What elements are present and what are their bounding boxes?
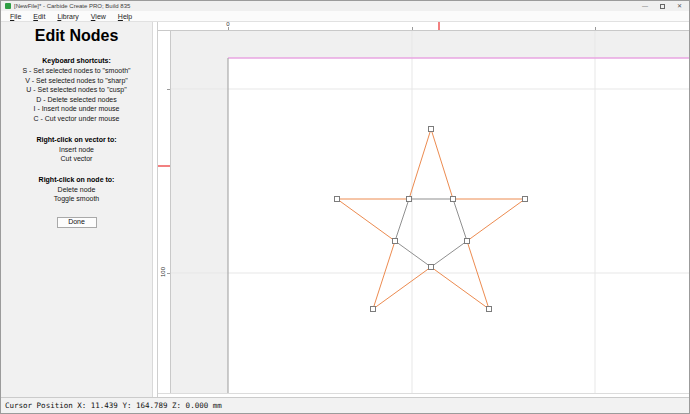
close-icon[interactable]: ✕ <box>677 3 682 9</box>
ruler-cursor-marker-x <box>438 22 440 30</box>
minimize-icon[interactable]: — <box>642 3 648 9</box>
workspace: 0 100 <box>158 22 689 397</box>
done-button[interactable]: Done <box>57 217 97 228</box>
cursor-position-text: Cursor Position X: 11.439 Y: 164.789 Z: … <box>5 401 222 410</box>
section-header: Right-click on node to: <box>1 175 152 185</box>
panel-sections: Keyboard shortcuts:S - Set selected node… <box>1 56 152 204</box>
maximize-icon[interactable] <box>660 4 665 9</box>
panel-text-line: C - Cut vector under mouse <box>1 114 152 124</box>
panel-title: Edit Nodes <box>1 27 152 45</box>
node-handle[interactable] <box>335 197 340 202</box>
ruler-cursor-marker-y <box>158 165 170 167</box>
app-icon <box>5 3 11 9</box>
panel-text-line: Delete node <box>1 185 152 195</box>
horizontal-ruler: 0 <box>158 22 689 31</box>
ruler-tick <box>167 89 170 90</box>
node-handle[interactable] <box>487 307 492 312</box>
status-bar: Cursor Position X: 11.439 Y: 164.789 Z: … <box>1 397 689 413</box>
panel-text-line: Toggle smooth <box>1 194 152 204</box>
panel-text-line: V - Set selected nodes to "sharp" <box>1 76 152 86</box>
panel-text-line: Cut vector <box>1 154 152 164</box>
section-header: Keyboard shortcuts: <box>1 56 152 66</box>
stock-area <box>228 58 689 393</box>
panel-text-line: U - Set selected nodes to "cusp" <box>1 85 152 95</box>
window-title: [NewFile]* - Carbide Create PRO; Build 8… <box>14 3 639 9</box>
canvas-svg <box>171 31 689 393</box>
edit-nodes-panel: Edit Nodes Keyboard shortcuts:S - Set se… <box>1 22 152 397</box>
node-handle[interactable] <box>407 197 412 202</box>
ruler-tick <box>167 273 170 274</box>
panel-text-line: I - Insert node under mouse <box>1 104 152 114</box>
panel-text-line: D - Delete selected nodes <box>1 95 152 105</box>
node-handle[interactable] <box>429 265 434 270</box>
node-handle[interactable] <box>393 239 398 244</box>
ruler-label: 100 <box>160 265 166 279</box>
panel-text-line: S - Set selected nodes to "smooth" <box>1 66 152 76</box>
node-handle[interactable] <box>371 307 376 312</box>
menu-library[interactable]: Library <box>51 13 84 20</box>
menu-help[interactable]: Help <box>112 13 138 20</box>
node-handle[interactable] <box>523 197 528 202</box>
menubar: FileEditLibraryViewHelp <box>1 11 689 22</box>
ruler-label: 0 <box>226 22 229 27</box>
menu-file[interactable]: File <box>4 13 27 20</box>
menu-edit[interactable]: Edit <box>27 13 51 20</box>
node-handle[interactable] <box>465 239 470 244</box>
main-area: Edit Nodes Keyboard shortcuts:S - Set se… <box>1 22 689 397</box>
panel-text-line: Insert node <box>1 145 152 155</box>
node-handle[interactable] <box>451 197 456 202</box>
section-header: Right-click on vector to: <box>1 135 152 145</box>
ruler-tick <box>228 27 229 30</box>
menu-view[interactable]: View <box>85 13 112 20</box>
ruler-tick <box>595 27 596 30</box>
design-canvas[interactable] <box>171 31 689 393</box>
vertical-ruler: 100 <box>158 31 171 393</box>
node-handle[interactable] <box>429 127 434 132</box>
title-bar: [NewFile]* - Carbide Create PRO; Build 8… <box>1 1 689 11</box>
ruler-tick <box>412 27 413 30</box>
app-window: [NewFile]* - Carbide Create PRO; Build 8… <box>0 0 690 414</box>
